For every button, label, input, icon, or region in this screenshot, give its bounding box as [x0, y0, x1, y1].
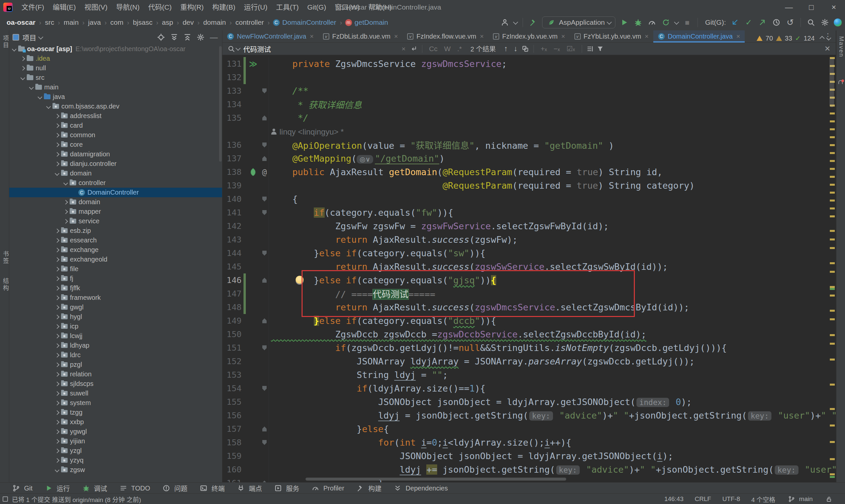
- run-with-coverage-button[interactable]: [661, 17, 671, 28]
- write-access-lock-icon[interactable]: [824, 494, 834, 504]
- tree-chevron-icon[interactable]: [55, 372, 59, 376]
- tree-chevron-icon[interactable]: [20, 66, 25, 70]
- tree-chevron-icon[interactable]: [38, 94, 42, 99]
- line-number[interactable]: 148: [222, 303, 241, 312]
- clear-search-icon[interactable]: ×: [401, 45, 406, 53]
- tree-item-card[interactable]: card: [9, 121, 222, 130]
- tree-item-suwell[interactable]: suwell: [9, 389, 222, 398]
- tree-item-service[interactable]: service: [9, 216, 222, 226]
- tree-chevron-icon[interactable]: [55, 228, 59, 233]
- search-everywhere-button[interactable]: [806, 17, 816, 28]
- tree-item-mapper[interactable]: mapper: [9, 207, 222, 216]
- indent-setting[interactable]: 4 个空格: [751, 495, 775, 504]
- tree-item-framework[interactable]: framework: [9, 293, 222, 303]
- navigate-icon[interactable]: ≫: [249, 59, 257, 69]
- tree-chevron-icon[interactable]: [64, 219, 68, 223]
- line-number[interactable]: 147: [222, 289, 241, 299]
- breadcrumb-item-controller[interactable]: controller: [235, 18, 264, 26]
- search-input[interactable]: 代码测试: [243, 44, 398, 54]
- tree-chevron-icon[interactable]: [55, 458, 59, 463]
- tree-chevron-icon[interactable]: [55, 391, 59, 395]
- line-number[interactable]: 156: [222, 411, 241, 420]
- tree-chevron-icon[interactable]: [55, 429, 59, 434]
- menu-item-4[interactable]: 代码(C): [144, 0, 176, 15]
- stop-button[interactable]: ■: [682, 17, 692, 28]
- line-number[interactable]: 131: [222, 59, 241, 69]
- match-case-toggle[interactable]: Cc: [429, 45, 437, 53]
- fold-marker-icon[interactable]: [262, 345, 267, 350]
- line-number[interactable]: 160: [222, 465, 241, 474]
- line-number[interactable]: 142: [222, 221, 241, 231]
- tree-item-relation[interactable]: relation: [9, 370, 222, 379]
- fold-marker-icon[interactable]: [262, 115, 267, 120]
- debug-button[interactable]: [633, 17, 643, 28]
- line-number[interactable]: 137: [222, 154, 241, 163]
- line-number[interactable]: 143: [222, 235, 241, 245]
- run-configuration-select[interactable]: AspApplication: [542, 17, 615, 29]
- expand-all-button[interactable]: [169, 32, 179, 42]
- breadcrumb-item-asp[interactable]: asp: [161, 18, 174, 26]
- regex-toggle[interactable]: .*: [457, 45, 462, 53]
- tab-close-icon[interactable]: ×: [310, 33, 314, 40]
- tool-window-switcher-icon[interactable]: [3, 497, 8, 502]
- panel-settings-button[interactable]: [196, 32, 205, 42]
- words-toggle[interactable]: W: [444, 45, 451, 53]
- tree-item-ygwgl[interactable]: ygwgl: [9, 427, 222, 436]
- tree-chevron-icon[interactable]: [55, 343, 59, 348]
- tree-chevron-icon[interactable]: [55, 419, 59, 424]
- tree-chevron-icon[interactable]: [55, 267, 59, 271]
- tree-chevron-icon[interactable]: [46, 104, 51, 109]
- tree-chevron-icon[interactable]: [64, 180, 68, 185]
- inspections-widget[interactable]: 70 33 ✓ 124: [757, 34, 830, 42]
- tree-item-essearch[interactable]: essearch: [9, 235, 222, 245]
- caret-position[interactable]: 146:43: [664, 496, 683, 503]
- tree-chevron-icon[interactable]: [55, 381, 59, 386]
- add-occurrence-button[interactable]: +x: [540, 45, 547, 53]
- maximize-button[interactable]: □: [800, 0, 823, 15]
- tree-chevron-icon[interactable]: [55, 161, 59, 166]
- tab-DomainController.java[interactable]: CDomainController.java×: [653, 30, 745, 42]
- tree-item-core[interactable]: core: [9, 140, 222, 149]
- tree-item-tzgg[interactable]: tzgg: [9, 408, 222, 417]
- close-button[interactable]: ×: [823, 0, 845, 15]
- menu-item-5[interactable]: 重构(R): [176, 0, 208, 15]
- tree-item-common[interactable]: common: [9, 130, 222, 140]
- tree-chevron-icon[interactable]: [64, 200, 68, 204]
- menu-item-8[interactable]: 工具(T): [272, 0, 303, 15]
- menu-item-6[interactable]: 构建(B): [208, 0, 239, 15]
- tree-chevron-icon[interactable]: [29, 85, 34, 89]
- tree-item-ldhyap[interactable]: ldhyap: [9, 341, 222, 350]
- tree-chevron-icon[interactable]: [55, 247, 59, 252]
- fold-marker-icon[interactable]: [262, 210, 267, 215]
- line-number[interactable]: 132: [222, 73, 241, 82]
- line-separator[interactable]: CRLF: [695, 496, 712, 503]
- menu-item-9[interactable]: Git(G): [303, 0, 330, 15]
- line-number[interactable]: 149: [222, 316, 241, 326]
- menu-item-0[interactable]: 文件(F): [17, 0, 49, 15]
- breadcrumb-item-com[interactable]: com: [110, 18, 124, 26]
- tree-chevron-icon[interactable]: [55, 305, 59, 309]
- next-occurrence-button[interactable]: ↓: [514, 44, 518, 53]
- tree-chevron-icon[interactable]: [55, 238, 59, 242]
- tree-item-oa-oscar-asp-[interactable]: oa-oscar [asp]E:\word\project\shentongOA…: [9, 44, 222, 54]
- line-number[interactable]: 158: [222, 438, 241, 447]
- menu-item-1[interactable]: 编辑(E): [49, 0, 80, 15]
- breadcrumb-item-oa-oscar[interactable]: oa-oscar: [6, 18, 36, 26]
- line-number[interactable]: 135: [222, 113, 241, 123]
- tab-FzIndex.yb.vue.vm[interactable]: vFzIndex.yb.vue.vm×: [488, 30, 570, 42]
- file-encoding[interactable]: UTF-8: [722, 496, 740, 503]
- line-number[interactable]: 155: [222, 397, 241, 407]
- tree-item-src[interactable]: src: [9, 73, 222, 83]
- breadcrumb-item-src[interactable]: src: [44, 18, 55, 26]
- tree-chevron-icon[interactable]: [20, 75, 25, 80]
- tree-item-ldrc[interactable]: ldrc: [9, 350, 222, 360]
- tree-item-yzyq[interactable]: yzyq: [9, 455, 222, 465]
- tree-item-java[interactable]: java: [9, 92, 222, 102]
- toolwindow-button-运行[interactable]: 运行: [44, 483, 70, 493]
- fold-marker-icon[interactable]: [262, 156, 267, 161]
- fold-marker-icon[interactable]: [262, 318, 267, 323]
- tree-item-.idea[interactable]: .idea: [9, 54, 222, 63]
- sidebar-item-结构[interactable]: 结构: [1, 278, 10, 292]
- tree-chevron-icon[interactable]: [55, 314, 59, 319]
- search-options-button[interactable]: [585, 44, 595, 54]
